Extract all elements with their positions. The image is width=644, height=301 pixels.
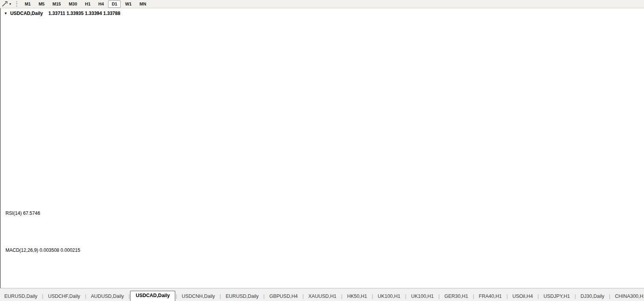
timeframe-button-h1[interactable]: H1 (81, 0, 94, 8)
timeframe-button-d1[interactable]: D1 (108, 0, 121, 8)
chart-tab-eurusd-daily[interactable]: EURUSD,Daily (221, 292, 263, 301)
timeframe-button-w1[interactable]: W1 (121, 0, 135, 8)
rsi-indicator-label: RSI(14) 67.5746 (6, 211, 40, 216)
timeframe-button-h4[interactable]: H4 (95, 0, 107, 8)
chart-tab-fra40-h1[interactable]: FRA40,H1 (475, 292, 506, 301)
timeframe-toolbar: ▼ M1M5M15M30H1H4D1W1MN (0, 0, 644, 8)
chart-tool-button[interactable]: ▼ (1, 1, 13, 7)
timeframe-button-m15[interactable]: M15 (49, 0, 64, 8)
crosshair-tool-icon (2, 1, 8, 7)
timeframe-buttons: M1M5M15M30H1H4D1W1MN (21, 0, 150, 8)
chart-tab-ger30-h1[interactable]: GER30,H1 (440, 292, 472, 301)
ohlc-values: 1.33711 1.33935 1.33394 1.33788 (48, 11, 120, 16)
macd-indicator-label: MACD(12,26,9) 0.003508 0.000215 (6, 247, 80, 253)
chart-tab-uk100-h1[interactable]: UK100,H1 (373, 292, 405, 301)
timeframe-button-m1[interactable]: M1 (21, 0, 34, 8)
chart-tab-usdchf-daily[interactable]: USDCHF,Daily (44, 292, 84, 301)
timeframe-button-m30[interactable]: M30 (65, 0, 81, 8)
chart-tab-china300-h1[interactable]: CHINA300,H1 (611, 292, 644, 301)
symbol-period-label: USDCAD,Daily (10, 11, 43, 16)
chart-window-frame (0, 8, 644, 288)
chart-tab-dj30-daily[interactable]: DJ30,Daily (576, 292, 609, 301)
chart-title: ▼ USDCAD,Daily 1.33711 1.33935 1.33394 1… (4, 11, 120, 16)
collapse-arrow-icon[interactable]: ▼ (4, 11, 7, 15)
chart-tab-hk50-h1[interactable]: HK50,H1 (343, 292, 371, 301)
mt4-window: ▼ M1M5M15M30H1H4D1W1MN ▼ USDCAD,Daily 1.… (0, 0, 644, 301)
chart-tab-usdcnh-daily[interactable]: USDCNH,Daily (177, 292, 219, 301)
chart-tab-usoil-h4[interactable]: USOil,H4 (508, 292, 537, 301)
chart-tab-gbpusd-h4[interactable]: GBPUSD,H4 (265, 292, 302, 301)
chart-tab-audusd-daily[interactable]: AUDUSD,Daily (86, 292, 128, 301)
toolbar-grip-handle[interactable] (16, 1, 18, 7)
chart-tabs-bar: EURUSD,Daily|USDCHF,Daily|AUDUSD,Daily|U… (0, 288, 644, 301)
chart-tab-usdjpy-h1[interactable]: USDJPY,H1 (539, 292, 574, 301)
chart-tab-eurusd-daily[interactable]: EURUSD,Daily (0, 292, 42, 301)
chart-tab-xauusd-h1[interactable]: XAUUSD,H1 (304, 292, 341, 301)
chart-tab-uk100-h1[interactable]: UK100,H1 (407, 292, 438, 301)
timeframe-button-mn[interactable]: MN (136, 0, 150, 8)
chevron-down-icon[interactable]: ▼ (9, 2, 12, 6)
timeframe-button-m5[interactable]: M5 (35, 0, 48, 8)
chart-tab-usdcad-daily[interactable]: USDCAD,Daily (130, 291, 175, 301)
